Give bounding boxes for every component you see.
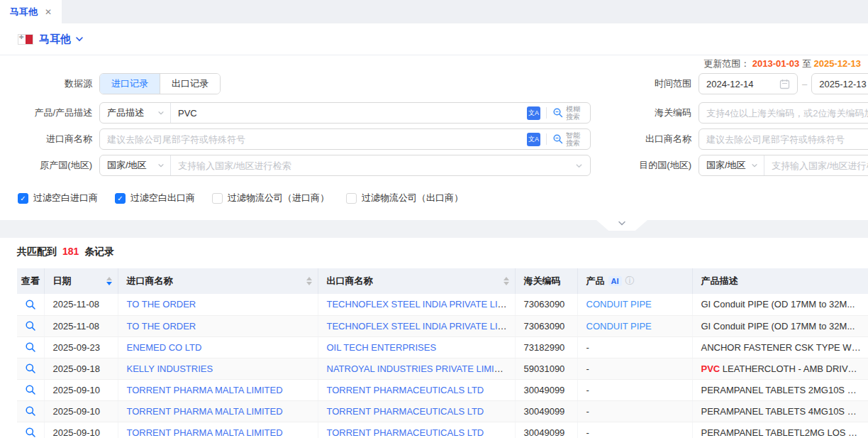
destination-label: 目的国(地区) — [591, 159, 691, 172]
origin-input[interactable] — [171, 160, 575, 171]
exporter-input[interactable] — [699, 134, 868, 145]
date-start-field[interactable] — [699, 73, 798, 94]
tab-malta[interactable]: 马耳他 ✕ — [0, 0, 62, 23]
translate-icon[interactable]: 文A — [527, 133, 540, 146]
update-range-start: 2013-01-03 — [752, 58, 800, 69]
keyword-highlight: PVC — [847, 385, 867, 395]
product-desc-cell: GI Conduit PIPE (OD 17MM to 32M... — [692, 294, 868, 315]
tab-close-icon[interactable]: ✕ — [45, 7, 52, 17]
exporter-link[interactable]: TECHNOFLEX STEEL INDIA PRIVATE LIMITED — [327, 321, 516, 332]
destination-input[interactable] — [764, 160, 868, 171]
product-cell: - — [577, 336, 692, 358]
hs-code-input[interactable] — [699, 108, 868, 119]
importer-link[interactable]: KELLY INDUSTRIES — [127, 363, 213, 374]
exporter-link[interactable]: TORRENT PHARMACEUTICALS LTD — [327, 406, 484, 417]
exporter-link[interactable]: NATROYAL INDUSTRIES PRIVATE LIMITED — [327, 363, 513, 374]
chevron-down-icon[interactable] — [575, 162, 583, 170]
date-end-field[interactable] — [811, 73, 868, 94]
table-header-row: 查看 日期 进口商名称 出口商名称 海关编码 — [17, 268, 868, 294]
hs-code-cell: 73063090 — [515, 315, 577, 336]
table-row: 2025-11-08TO THE ORDERTECHNOFLEX STEEL I… — [17, 315, 868, 336]
view-record-icon[interactable] — [25, 299, 36, 310]
importer-link[interactable]: ENEMED CO LTD — [127, 342, 202, 353]
update-range-end: 2025-12-13 — [814, 58, 862, 69]
importer-link[interactable]: TO THE ORDER — [127, 299, 196, 310]
chevron-down-icon[interactable] — [75, 35, 84, 43]
checkbox-label: 过滤空白进口商 — [33, 192, 98, 204]
product-link[interactable]: CONDUIT PIPE — [586, 299, 652, 310]
product-desc-cell: PERAMPANEL TABLETL2MG LOS PVC... — [692, 422, 868, 438]
view-record-icon[interactable] — [25, 341, 36, 353]
date-cell: 2025-09-23 — [44, 336, 118, 358]
product-type-select[interactable]: 产品描述 — [100, 103, 171, 123]
checkbox-checked-icon[interactable]: ✓ — [115, 193, 126, 204]
product-cell: - — [577, 400, 692, 422]
table-row: 2025-09-10TORRENT PHARMA MALTA LIMITEDTO… — [17, 422, 868, 438]
column-importer[interactable]: 进口商名称 — [118, 268, 318, 294]
checkbox-checked-icon[interactable]: ✓ — [18, 193, 28, 204]
importer-link[interactable]: TORRENT PHARMA MALTA LIMITED — [127, 385, 283, 395]
importer-link[interactable]: TORRENT PHARMA MALTA LIMITED — [127, 406, 283, 417]
view-record-icon[interactable] — [25, 320, 36, 332]
exporter-link[interactable]: TECHNOFLEX STEEL INDIA PRIVATE LIMITED — [327, 299, 516, 310]
column-exporter[interactable]: 出口商名称 — [318, 268, 515, 294]
sort-icon-exporter[interactable] — [503, 277, 509, 285]
exporter-field[interactable] — [699, 128, 868, 150]
filter-checkbox-3[interactable]: 过滤物流公司（出口商） — [346, 192, 463, 204]
checkbox-label: 过滤空白出口商 — [130, 192, 195, 204]
date-cell: 2025-09-10 — [44, 379, 118, 400]
ai-badge: AI — [608, 276, 622, 286]
view-record-icon[interactable] — [25, 405, 36, 417]
checkbox-unchecked-icon[interactable] — [212, 193, 223, 204]
exporter-cell: TECHNOFLEX STEEL INDIA PRIVATE LIMITED — [318, 315, 515, 336]
table-row: 2025-09-18KELLY INDUSTRIESNATROYAL INDUS… — [17, 358, 868, 379]
destination-type-select[interactable]: 国家/地区 — [699, 155, 764, 175]
view-record-icon[interactable] — [25, 384, 36, 395]
translate-icon[interactable]: 文A — [527, 106, 540, 120]
export-records-tab[interactable]: 出口记录 — [160, 74, 220, 94]
date-end-input[interactable] — [812, 79, 868, 89]
product-link[interactable]: CONDUIT PIPE — [586, 321, 652, 332]
sort-icon-importer[interactable] — [306, 277, 312, 285]
date-cell: 2025-11-08 — [44, 294, 118, 315]
smart-search-label: 智能搜索 — [566, 131, 584, 147]
product-search-input[interactable] — [171, 108, 527, 119]
sort-icon-date[interactable] — [106, 277, 112, 285]
exporter-link[interactable]: TORRENT PHARMACEUTICALS LTD — [327, 385, 484, 395]
importer-link[interactable]: TORRENT PHARMA MALTA LIMITED — [127, 427, 283, 438]
hs-code-cell: 73063090 — [515, 294, 577, 315]
view-record-icon[interactable] — [25, 363, 36, 374]
smart-search-toggle[interactable]: 智能搜索 — [552, 131, 584, 147]
exporter-link[interactable]: TORRENT PHARMACEUTICALS LTD — [327, 427, 484, 438]
importer-cell: TORRENT PHARMA MALTA LIMITED — [118, 379, 318, 400]
origin-type-select[interactable]: 国家/地区 — [100, 155, 171, 175]
product-cell: - — [577, 379, 692, 400]
view-cell — [17, 400, 44, 422]
filter-row-importer-exporter: 进口商名称 文A 智能搜索 出口商名称 — [0, 128, 868, 150]
fuzzy-search-toggle[interactable]: 模糊搜索 — [552, 105, 584, 121]
column-date[interactable]: 日期 — [44, 268, 118, 294]
filter-checkbox-2[interactable]: 过滤物流公司（进口商） — [212, 192, 329, 204]
date-start-input[interactable] — [699, 79, 779, 89]
table-row: 2025-09-10TORRENT PHARMA MALTA LIMITEDTO… — [17, 400, 868, 422]
table-row: 2025-09-23ENEMED CO LTDOIL TECH ENTERPRI… — [17, 336, 868, 358]
filter-checkbox-1[interactable]: ✓过滤空白出口商 — [115, 192, 195, 204]
data-source-label: 数据源 — [0, 77, 92, 90]
column-view: 查看 — [17, 268, 44, 294]
import-records-tab[interactable]: 进口记录 — [100, 74, 160, 94]
product-desc-cell: PVC LEATHERCLOTH - AMB DRIVE (1... — [692, 358, 868, 379]
date-cell: 2025-11-08 — [44, 315, 118, 336]
info-icon[interactable]: ⓘ — [625, 275, 635, 286]
hs-code-field[interactable] — [699, 102, 868, 124]
importer-link[interactable]: TO THE ORDER — [127, 321, 196, 332]
exporter-link[interactable]: OIL TECH ENTERPRISES — [327, 342, 437, 353]
filter-checkbox-0[interactable]: ✓过滤空白进口商 — [18, 192, 98, 204]
summary-suffix: 条记录 — [84, 246, 114, 257]
collapse-filter-handle[interactable] — [596, 220, 647, 231]
view-record-icon[interactable] — [25, 427, 36, 438]
checkbox-unchecked-icon[interactable] — [346, 193, 357, 204]
product-desc-cell: PERAMPANEL TABLETS 4MG10S PVC... — [692, 400, 868, 422]
chevron-down-icon — [157, 162, 165, 169]
importer-input[interactable] — [100, 134, 527, 145]
magnifier-icon — [552, 107, 564, 119]
